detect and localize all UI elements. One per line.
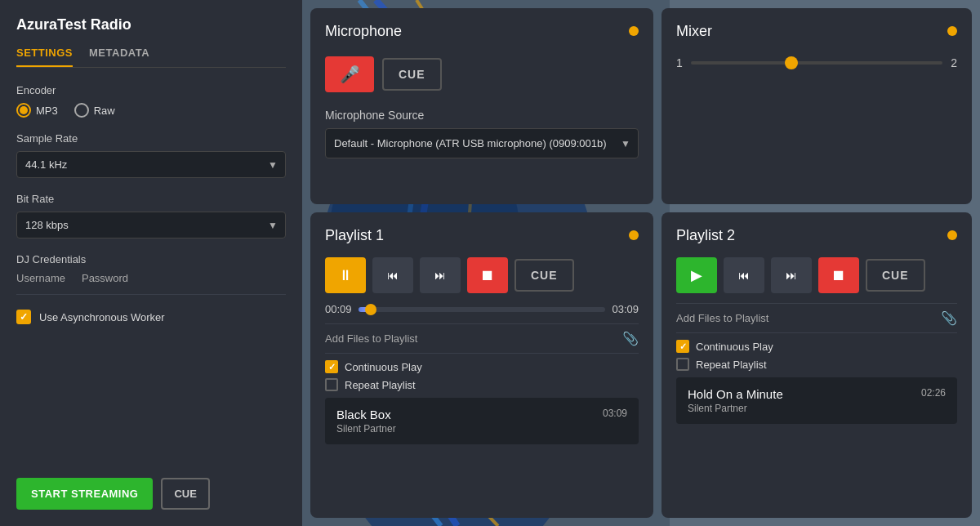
microphone-source-select[interactable]: Default - Microphone (ATR USB microphone… xyxy=(325,128,639,158)
playlist2-fastforward-button[interactable]: ⏭ xyxy=(771,257,812,293)
app-title: AzuraTest Radio xyxy=(16,16,286,33)
microphone-icon: 🎤 xyxy=(340,65,360,84)
dj-creds-divider xyxy=(16,294,286,295)
mixer-controls: 1 2 xyxy=(676,56,957,69)
right-content: Microphone 🎤 CUE Microphone Source Defau… xyxy=(302,0,980,526)
playlist1-track-info: Black Box Silent Partner xyxy=(336,408,396,435)
playlist2-add-files-row[interactable]: Add Files to Playlist 📎 xyxy=(676,303,957,333)
stop-icon: ⏹ xyxy=(480,267,495,284)
microphone-cue-button[interactable]: CUE xyxy=(382,58,442,91)
playlist1-track-artist: Silent Partner xyxy=(336,423,396,435)
bottom-buttons: START STREAMING CUE xyxy=(16,478,210,510)
playlist1-fastforward-button[interactable]: ⏭ xyxy=(420,257,461,293)
playlist1-rewind-button[interactable]: ⏮ xyxy=(372,257,413,293)
microphone-source-label: Microphone Source xyxy=(325,109,639,122)
playlist2-continuous-play-checkbox[interactable]: ✓ xyxy=(676,340,689,353)
encoder-group: Encoder MP3 Raw xyxy=(16,84,286,118)
playlist2-play-button[interactable]: ▶ xyxy=(676,257,717,293)
playlist1-repeat-playlist-checkbox[interactable] xyxy=(325,378,338,391)
encoder-label: Encoder xyxy=(16,84,286,96)
playlist2-track-header: Hold On a Minute Silent Partner 02:26 xyxy=(688,387,946,414)
playlist1-stop-button[interactable]: ⏹ xyxy=(467,257,508,293)
playlist1-time-row: 00:09 03:09 xyxy=(325,303,639,315)
dj-username-label: Username xyxy=(16,272,65,284)
tab-metadata[interactable]: METADATA xyxy=(89,47,149,67)
async-worker-row[interactable]: ✓ Use Asynchronous Worker xyxy=(16,310,286,324)
playlist2-track-duration: 02:26 xyxy=(921,387,946,399)
encoder-mp3-radio[interactable] xyxy=(16,103,31,118)
microphone-button[interactable]: 🎤 xyxy=(325,56,374,92)
playlist2-add-files-label: Add Files to Playlist xyxy=(676,312,768,324)
playlist1-time-total: 03:09 xyxy=(612,303,639,315)
microphone-card: Microphone 🎤 CUE Microphone Source Defau… xyxy=(310,8,653,204)
mixer-title: Mixer xyxy=(676,23,957,40)
playlist2-clip-icon: 📎 xyxy=(941,310,957,326)
playlist2-stop-button[interactable]: ⏹ xyxy=(818,257,859,293)
playlist1-time-current: 00:09 xyxy=(325,303,352,315)
playlist1-repeat-playlist-label: Repeat Playlist xyxy=(345,379,416,391)
playlist1-cue-button[interactable]: CUE xyxy=(514,259,574,292)
encoder-raw-radio[interactable] xyxy=(74,103,89,118)
tab-bar: SETTINGS METADATA xyxy=(16,47,286,68)
async-worker-check-icon: ✓ xyxy=(20,311,28,323)
pause-icon: ⏸ xyxy=(338,267,353,284)
playlist2-continuous-play-label: Continuous Play xyxy=(696,341,773,353)
playlist1-pause-button[interactable]: ⏸ xyxy=(325,257,366,293)
encoder-radio-group: MP3 Raw xyxy=(16,103,286,118)
playlist2-fastforward-icon: ⏭ xyxy=(786,269,797,282)
playlist2-stop-icon: ⏹ xyxy=(831,267,846,284)
playlist2-title: Playlist 2 xyxy=(676,227,957,244)
microphone-title: Microphone xyxy=(325,23,639,40)
playlist1-repeat-playlist-row[interactable]: Repeat Playlist xyxy=(325,378,639,391)
sample-rate-group: Sample Rate 44.1 kHz ▼ xyxy=(16,132,286,178)
playlist1-continuous-play-checkbox[interactable]: ✓ xyxy=(325,360,338,373)
playlist1-progress-thumb xyxy=(365,304,376,315)
playlist2-status-dot xyxy=(947,230,957,240)
playlist1-status-dot xyxy=(629,230,639,240)
bit-rate-group: Bit Rate 128 kbps ▼ xyxy=(16,193,286,238)
playlist2-continuous-check-icon: ✓ xyxy=(676,340,689,353)
playlist1-add-files-row[interactable]: Add Files to Playlist 📎 xyxy=(325,323,639,354)
playlist2-track-info: Hold On a Minute Silent Partner xyxy=(688,387,783,414)
bit-rate-select[interactable]: 128 kbps xyxy=(16,212,286,238)
playlist1-continuous-check-icon: ✓ xyxy=(325,360,338,373)
playlist2-controls: ▶ ⏮ ⏭ ⏹ CUE xyxy=(676,257,957,293)
playlist2-track-artist: Silent Partner xyxy=(688,403,783,414)
playlist1-card: Playlist 1 ⏸ ⏮ ⏭ ⏹ CUE 00:09 03:09 xyxy=(310,212,653,518)
microphone-status-dot xyxy=(629,26,639,36)
playlist1-controls: ⏸ ⏮ ⏭ ⏹ CUE xyxy=(325,257,639,293)
playlist1-progress-track[interactable] xyxy=(359,307,606,312)
start-streaming-button[interactable]: START STREAMING xyxy=(16,478,153,510)
playlist1-track-header: Black Box Silent Partner 03:09 xyxy=(336,408,627,435)
mixer-label-left: 1 xyxy=(676,56,683,69)
dj-credentials-group: DJ Credentials Username Password xyxy=(16,253,286,295)
playlist2-repeat-playlist-row[interactable]: Repeat Playlist xyxy=(676,358,957,371)
dj-credentials-label: DJ Credentials xyxy=(16,253,286,265)
encoder-mp3-label: MP3 xyxy=(36,105,58,117)
async-worker-checkbox[interactable]: ✓ xyxy=(16,310,31,324)
bit-rate-label: Bit Rate xyxy=(16,193,286,205)
play-icon: ▶ xyxy=(691,266,702,284)
fastforward-icon: ⏭ xyxy=(434,269,446,282)
microphone-source-wrapper: Default - Microphone (ATR USB microphone… xyxy=(325,128,639,158)
microphone-controls: 🎤 CUE xyxy=(325,56,639,92)
playlist2-track-title: Hold On a Minute xyxy=(688,387,783,401)
encoder-raw-label: Raw xyxy=(94,105,115,117)
left-panel: AzuraTest Radio SETTINGS METADATA Encode… xyxy=(0,0,302,526)
sample-rate-select[interactable]: 44.1 kHz xyxy=(16,151,286,178)
cue-button-left[interactable]: CUE xyxy=(161,478,209,510)
playlist2-rewind-button[interactable]: ⏮ xyxy=(724,257,764,293)
mixer-slider-track[interactable] xyxy=(691,61,942,65)
playlist1-add-files-label: Add Files to Playlist xyxy=(325,332,417,345)
playlist2-rewind-icon: ⏮ xyxy=(738,269,750,282)
playlist2-continuous-play-row[interactable]: ✓ Continuous Play xyxy=(676,340,957,353)
encoder-raw-option[interactable]: Raw xyxy=(74,103,115,118)
encoder-mp3-option[interactable]: MP3 xyxy=(16,103,58,118)
playlist2-repeat-playlist-checkbox[interactable] xyxy=(676,358,689,371)
tab-settings[interactable]: SETTINGS xyxy=(16,47,73,67)
playlist1-clip-icon: 📎 xyxy=(622,331,639,346)
playlist2-cue-button[interactable]: CUE xyxy=(866,259,925,292)
dj-password-label: Password xyxy=(82,272,128,284)
sample-rate-label: Sample Rate xyxy=(16,132,286,145)
playlist1-continuous-play-row[interactable]: ✓ Continuous Play xyxy=(325,360,639,373)
